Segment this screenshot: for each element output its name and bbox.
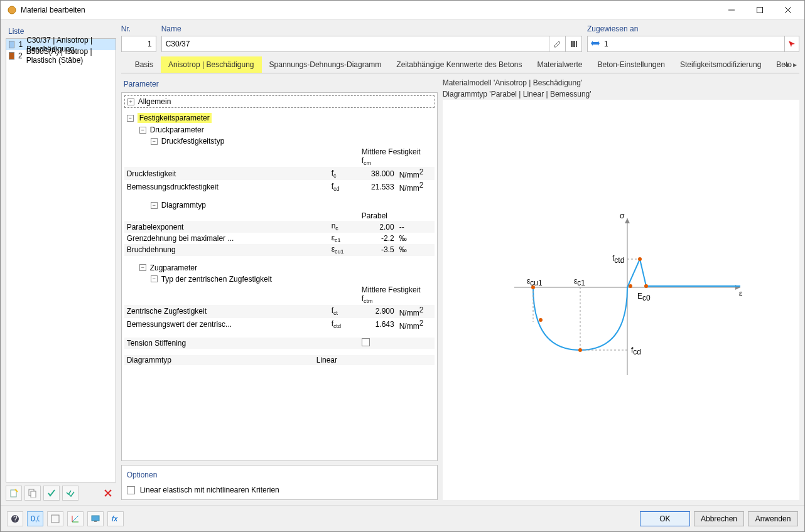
tree-compression[interactable]: − Druckparameter	[124, 124, 435, 136]
tree-comp-type[interactable]: − Druckfestigkeitstyp	[124, 136, 435, 147]
nr-field[interactable]	[122, 40, 156, 48]
linear-elastic-checkbox[interactable]	[127, 486, 135, 494]
tree-tens-type[interactable]: − Typ der zentrischen Zugfestigkeit	[124, 274, 435, 285]
tab-basis[interactable]: Basis	[127, 56, 161, 73]
maximize-button[interactable]	[745, 1, 774, 19]
ok-button[interactable]: OK	[640, 511, 690, 526]
tabstrip: Basis Anisotrop | Beschädigung Spannungs…	[121, 56, 799, 73]
svg-line-37	[72, 516, 78, 522]
collapse-icon[interactable]: −	[139, 264, 146, 271]
collapse-icon[interactable]: −	[151, 138, 158, 145]
check-icon[interactable]	[43, 486, 60, 501]
svg-rect-41	[94, 521, 97, 522]
tree-tension[interactable]: − Zugparameter	[124, 262, 435, 274]
tab-stress-strain[interactable]: Spannungs-Dehnungs-Diagramm	[262, 56, 389, 73]
name-label: Name	[161, 24, 582, 36]
svg-text:εc1: εc1	[574, 277, 585, 287]
svg-text:0,00: 0,00	[31, 514, 40, 523]
tree-general[interactable]: + Allgemein	[124, 95, 435, 108]
svg-text:fcd: fcd	[631, 346, 641, 356]
tab-concrete-settings[interactable]: Beton-Einstellungen	[590, 56, 672, 73]
function-icon[interactable]: fx	[107, 511, 124, 526]
svg-point-0	[8, 6, 16, 14]
expand-icon[interactable]: +	[127, 98, 134, 105]
tension-stiffening-checkbox[interactable]	[362, 338, 370, 346]
tree-strength[interactable]: − Festigkeitsparameter	[124, 112, 435, 124]
list-item[interactable]: 2 B500S(A) | Isotrop | Plastisch (Stäbe)	[6, 50, 116, 61]
pick-icon[interactable]	[784, 36, 799, 51]
svg-text:?: ?	[13, 514, 18, 523]
units-icon[interactable]: 0,00	[27, 511, 43, 526]
svg-text:Ec0: Ec0	[637, 292, 651, 302]
svg-rect-40	[92, 516, 99, 521]
linear-elastic-option[interactable]: Linear elastisch mit nichtlinearen Krite…	[127, 486, 432, 494]
check-all-icon[interactable]	[62, 486, 78, 501]
table-row: Parabel	[124, 211, 435, 221]
table-row: Zentrische Zugfestigkeit fct 2.900 N/mm2	[124, 305, 435, 318]
app-icon	[7, 5, 17, 15]
table-row: Mittlere Festigkeit fcm	[124, 147, 435, 167]
tab-stiffness-mod[interactable]: Steifigkeitsmodifizierung	[673, 56, 769, 73]
edit-icon[interactable]	[549, 36, 565, 51]
minimize-button[interactable]	[717, 1, 745, 19]
axis-icon[interactable]	[67, 511, 84, 526]
stress-strain-diagram: σ ε	[443, 100, 799, 500]
svg-point-27	[629, 284, 632, 288]
svg-point-26	[644, 284, 648, 288]
display-icon[interactable]	[87, 511, 104, 526]
collapse-icon[interactable]: −	[151, 275, 158, 282]
table-row: Bruchdehnung εcu1 -3.5‰	[124, 244, 435, 255]
nr-label: Nr.	[121, 24, 156, 36]
table-row: Grenzdehnung bei maximaler ... εc1 -2.2‰	[124, 233, 435, 244]
options-header: Optionen	[127, 471, 432, 479]
table-row: Mittlere Festigkeit fctm	[124, 285, 435, 305]
table-row: Druckfestigkeit fc 38.000 N/mm2	[124, 167, 435, 180]
table-row: Tension Stiffening	[124, 338, 435, 349]
new-icon[interactable]	[6, 486, 22, 501]
svg-text:εcu1: εcu1	[527, 277, 543, 287]
footer: ? 0,00 fx OK Abbrechen Anwenden	[1, 505, 804, 531]
collapse-icon[interactable]: −	[127, 115, 134, 122]
tree-diagram-type[interactable]: − Diagrammtyp	[124, 200, 435, 211]
svg-line-16	[640, 259, 646, 286]
table-row: Diagrammtyp Linear	[124, 355, 435, 365]
parameter-title: Parameter	[121, 77, 438, 92]
diagram-desc-2: Diagrammtyp 'Parabel | Linear | Bemessun…	[443, 88, 799, 100]
help-icon[interactable]: ?	[7, 511, 23, 526]
svg-text:fctd: fctd	[612, 254, 624, 265]
close-button[interactable]	[774, 1, 802, 19]
assigned-field[interactable]	[600, 40, 784, 48]
svg-point-24	[578, 348, 582, 352]
delete-icon[interactable]	[100, 486, 116, 501]
apply-button[interactable]: Anwenden	[748, 511, 798, 526]
list-item-num: 1	[18, 40, 23, 49]
beam-icon	[590, 40, 600, 49]
tab-time-dependent[interactable]: Zeitabhängige Kennwerte des Betons	[389, 56, 529, 73]
tab-scroll-left-icon[interactable]: ◂	[782, 56, 791, 73]
svg-rect-2	[757, 7, 762, 13]
library-icon[interactable]	[565, 36, 581, 51]
grid-icon[interactable]	[47, 511, 63, 526]
parameter-tree[interactable]: + Allgemein − Festigkeitsparameter − Dru…	[121, 92, 438, 461]
cancel-button[interactable]: Abbrechen	[694, 511, 744, 526]
name-field[interactable]	[162, 40, 549, 48]
collapse-icon[interactable]: −	[151, 202, 158, 209]
eps-label: ε	[739, 289, 743, 298]
window-title: Material bearbeiten	[21, 6, 85, 14]
titlebar: Material bearbeiten	[1, 1, 804, 19]
tab-anisotrop[interactable]: Anisotrop | Beschädigung	[161, 56, 262, 73]
material-list[interactable]: 1 C30/37 | Anisotrop | Beschädigung 2 B5…	[6, 38, 116, 482]
color-swatch	[9, 52, 14, 60]
tab-scroll-right-icon[interactable]: ▸	[791, 56, 799, 73]
color-swatch	[9, 41, 14, 48]
list-toolbar	[6, 482, 116, 500]
svg-text:fx: fx	[112, 514, 118, 523]
svg-point-23	[539, 318, 543, 322]
svg-rect-5	[11, 490, 16, 497]
copy-icon[interactable]	[24, 486, 41, 501]
options-panel: Optionen Linear elastisch mit nichtlinea…	[121, 465, 438, 500]
diagram-desc-1: Materialmodell 'Anisotrop | Beschädigung…	[443, 77, 799, 88]
collapse-icon[interactable]: −	[139, 127, 146, 134]
tab-material-values[interactable]: Materialwerte	[529, 56, 590, 73]
assigned-label: Zugewiesen an	[587, 24, 799, 36]
